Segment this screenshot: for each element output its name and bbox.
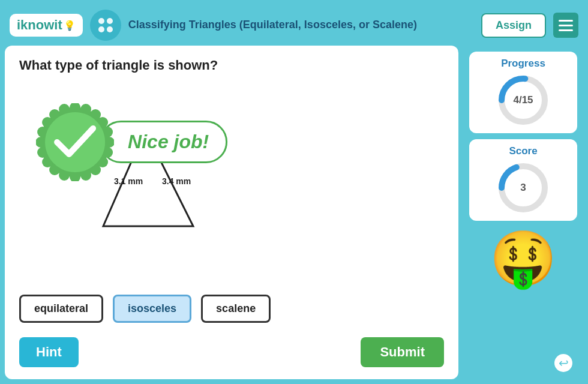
choice-isosceles[interactable]: isosceles <box>113 295 191 323</box>
assign-button[interactable]: Assign <box>481 13 546 38</box>
main-content: What type of triangle is shown? 3.1 mm 3… <box>5 46 583 379</box>
progress-value: 4/15 <box>513 94 533 106</box>
question-text: What type of triangle is shown? <box>19 58 444 73</box>
correct-badge <box>36 103 114 181</box>
answer-choices: equilateral isosceles scalene <box>19 295 444 323</box>
menu-line-2 <box>559 25 573 26</box>
header: iknowit 💡 Classifying Triangles (Equilat… <box>5 5 583 46</box>
feedback-text: Nice job! <box>128 131 209 152</box>
reward-emoji: 🤑 <box>490 232 557 286</box>
progress-section: Progress 4/15 <box>469 52 577 133</box>
lesson-title: Classifying Triangles (Equilateral, Isos… <box>128 18 474 32</box>
progress-donut: 4/15 <box>496 73 550 127</box>
next-button[interactable]: ↩ <box>553 353 574 373</box>
choice-equilateral[interactable]: equilateral <box>19 295 103 323</box>
submit-button[interactable]: Submit <box>361 337 444 367</box>
score-value: 3 <box>520 182 526 194</box>
progress-label: Progress <box>501 58 545 70</box>
logo-bulb-icon: 💡 <box>64 20 76 31</box>
triangle-area: 3.1 mm 3.4 mm <box>19 83 444 285</box>
logo-text: iknowit <box>17 17 62 33</box>
menu-button[interactable] <box>553 13 578 38</box>
logo: iknowit 💡 <box>10 14 83 37</box>
svg-point-1 <box>107 18 113 24</box>
svg-point-27 <box>59 104 70 115</box>
hint-button[interactable]: Hint <box>19 337 79 367</box>
nice-job-bubble: Nice job! <box>100 121 227 163</box>
triangle-diagram: 3.1 mm 3.4 mm <box>19 124 444 244</box>
menu-line-1 <box>559 20 573 22</box>
choice-scalene[interactable]: scalene <box>201 295 271 323</box>
score-label: Score <box>509 145 537 157</box>
activity-icon <box>90 10 121 41</box>
emoji-area: 🤑 <box>469 227 577 290</box>
svg-point-3 <box>107 26 113 32</box>
question-panel: What type of triangle is shown? 3.1 mm 3… <box>5 46 458 379</box>
svg-point-2 <box>98 26 104 32</box>
svg-point-17 <box>80 170 91 181</box>
svg-point-9 <box>80 104 91 115</box>
score-section: Score 3 <box>469 139 577 221</box>
sidebar: Progress 4/15 Score <box>463 46 583 379</box>
menu-line-3 <box>559 29 573 31</box>
score-donut: 3 <box>496 161 550 215</box>
svg-point-19 <box>59 170 70 181</box>
feedback-overlay: Nice job! <box>36 103 227 181</box>
svg-point-0 <box>98 18 104 24</box>
bottom-actions: Hint Submit <box>19 337 444 367</box>
